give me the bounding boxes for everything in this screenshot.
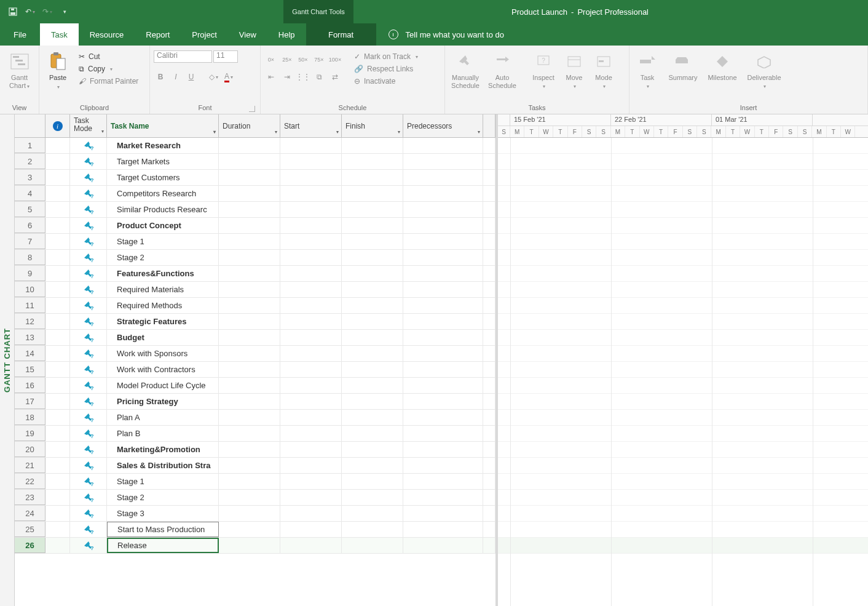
cell-start[interactable]: [280, 266, 342, 281]
cell-task-mode[interactable]: ?: [70, 266, 107, 281]
cell-duration[interactable]: [219, 506, 280, 521]
header-add-column[interactable]: [483, 114, 495, 137]
cell-info[interactable]: [45, 154, 70, 169]
inspect-button[interactable]: ?Inspect▾: [529, 50, 558, 90]
cell-start[interactable]: [280, 490, 342, 505]
cell-task-name[interactable]: Plan A: [107, 410, 219, 425]
bold-button[interactable]: B: [154, 70, 167, 84]
header-task-mode[interactable]: TaskMode▾: [70, 114, 107, 137]
row-number[interactable]: 4: [15, 186, 45, 201]
cell-info[interactable]: [45, 186, 70, 201]
row-number[interactable]: 5: [15, 202, 45, 217]
cell-blank[interactable]: [483, 202, 495, 217]
cell-finish[interactable]: [342, 250, 403, 265]
cell-blank[interactable]: [483, 506, 495, 521]
cell-start[interactable]: [280, 282, 342, 297]
cell-start[interactable]: [280, 314, 342, 329]
cell-duration[interactable]: [219, 426, 280, 441]
row-number[interactable]: 8: [15, 250, 45, 265]
cell-task-name[interactable]: Target Customers: [107, 170, 219, 185]
format-painter-button[interactable]: 🖌Format Painter: [76, 76, 141, 86]
cell-duration[interactable]: [219, 378, 280, 393]
cell-info[interactable]: [45, 170, 70, 185]
task-row[interactable]: 23?Stage 2: [15, 490, 495, 506]
cell-blank[interactable]: [483, 266, 495, 281]
cell-start[interactable]: [280, 154, 342, 169]
cell-blank[interactable]: [483, 474, 495, 489]
cell-finish[interactable]: [342, 170, 403, 185]
indent-button[interactable]: ⇥: [280, 70, 294, 84]
header-predecessors[interactable]: Predecessors▾: [403, 114, 483, 137]
cell-info[interactable]: [45, 394, 70, 409]
header-info[interactable]: i: [45, 114, 70, 137]
qat-customize[interactable]: ▾: [58, 5, 71, 18]
cell-start[interactable]: [280, 442, 342, 457]
font-color-button[interactable]: A▾: [222, 70, 235, 84]
task-row[interactable]: 8?Stage 2: [15, 250, 495, 266]
cell-task-name[interactable]: Target Markets: [107, 154, 219, 169]
header-task-name[interactable]: Task Name▾: [107, 114, 219, 137]
cell-duration[interactable]: [219, 170, 280, 185]
row-number[interactable]: 7: [15, 234, 45, 249]
cell-predecessors[interactable]: [403, 490, 483, 505]
cell-duration[interactable]: [219, 346, 280, 361]
cell-duration[interactable]: [219, 490, 280, 505]
cell-blank[interactable]: [483, 458, 495, 473]
cell-task-mode[interactable]: ?: [70, 154, 107, 169]
cell-info[interactable]: [45, 410, 70, 425]
cell-task-name[interactable]: Stage 3: [107, 506, 219, 521]
cell-predecessors[interactable]: [403, 202, 483, 217]
task-row[interactable]: 19?Plan B: [15, 426, 495, 442]
cell-predecessors[interactable]: [403, 410, 483, 425]
cell-finish[interactable]: [342, 490, 403, 505]
cell-predecessors[interactable]: [403, 378, 483, 393]
cell-finish[interactable]: [342, 234, 403, 249]
cell-task-name[interactable]: Required Materials: [107, 282, 219, 297]
cell-info[interactable]: [45, 266, 70, 281]
pct100-button[interactable]: 100×: [328, 53, 342, 66]
row-number[interactable]: 15: [15, 362, 45, 377]
task-row[interactable]: 17?Pricing Strategy: [15, 394, 495, 410]
cell-start[interactable]: [280, 138, 342, 153]
task-row[interactable]: 7?Stage 1: [15, 234, 495, 250]
font-name-select[interactable]: Calibri: [154, 50, 212, 63]
underline-button[interactable]: U: [184, 70, 198, 84]
cell-start[interactable]: [280, 378, 342, 393]
task-row[interactable]: 14?Work with Sponsors: [15, 346, 495, 362]
cell-start[interactable]: [280, 234, 342, 249]
cell-duration[interactable]: [219, 154, 280, 169]
cell-duration[interactable]: [219, 234, 280, 249]
cell-duration[interactable]: [219, 410, 280, 425]
cut-button[interactable]: ✂Cut: [76, 52, 141, 62]
cell-task-mode[interactable]: ?: [70, 506, 107, 521]
cell-duration[interactable]: [219, 186, 280, 201]
cell-blank[interactable]: [483, 218, 495, 233]
cell-task-mode[interactable]: ?: [70, 458, 107, 473]
cell-blank[interactable]: [483, 186, 495, 201]
cell-start[interactable]: [280, 538, 342, 553]
cell-task-mode[interactable]: ?: [70, 474, 107, 489]
cell-task-mode[interactable]: ?: [70, 282, 107, 297]
row-number[interactable]: 14: [15, 346, 45, 361]
task-row[interactable]: 1?Market Research: [15, 138, 495, 154]
cell-predecessors[interactable]: [403, 346, 483, 361]
task-row[interactable]: 11?Required Methods: [15, 298, 495, 314]
cell-task-name[interactable]: Similar Products Researc: [107, 202, 219, 217]
tell-me-search[interactable]: Tell me what you want to do: [376, 23, 868, 46]
cell-blank[interactable]: [483, 234, 495, 249]
cell-start[interactable]: [280, 474, 342, 489]
cell-info[interactable]: [45, 314, 70, 329]
cell-duration[interactable]: [219, 474, 280, 489]
cell-task-name[interactable]: Sales & Distribution Stra: [107, 458, 219, 473]
cell-blank[interactable]: [483, 170, 495, 185]
task-row[interactable]: 24?Stage 3: [15, 506, 495, 522]
cell-finish[interactable]: [342, 202, 403, 217]
cell-info[interactable]: [45, 330, 70, 345]
cell-info[interactable]: [45, 458, 70, 473]
cell-blank[interactable]: [483, 138, 495, 153]
cell-blank[interactable]: [483, 378, 495, 393]
cell-finish[interactable]: [342, 218, 403, 233]
task-row[interactable]: 2?Target Markets: [15, 154, 495, 170]
cell-predecessors[interactable]: [403, 474, 483, 489]
cell-task-mode[interactable]: ?: [70, 442, 107, 457]
